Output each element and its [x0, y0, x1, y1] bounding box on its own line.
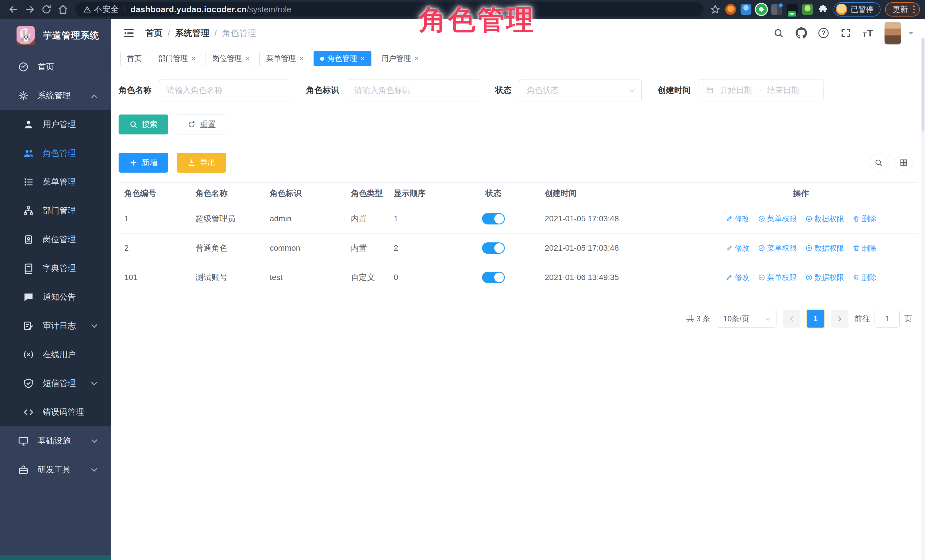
tab-close-icon[interactable] [299, 54, 303, 63]
help-icon[interactable] [818, 28, 829, 38]
delete-link[interactable]: 删除 [853, 243, 877, 253]
role-code-input[interactable] [354, 86, 472, 95]
extension-grid-icon[interactable] [771, 4, 782, 15]
avatar-caret-icon[interactable] [908, 32, 914, 35]
prev-page-button[interactable] [783, 310, 800, 327]
tab-menus[interactable]: 菜单管理 [259, 51, 310, 66]
sidebar-item-dictionary[interactable]: 字典管理 [0, 254, 111, 282]
extension-monkey-icon[interactable] [802, 4, 813, 15]
tab-departments[interactable]: 部门管理 [152, 51, 202, 66]
sidebar-item-label: 在线用户 [43, 349, 76, 360]
add-button[interactable]: 新增 [119, 153, 168, 173]
status-select[interactable]: 角色状态 [519, 79, 642, 101]
circle-check-icon [758, 215, 765, 222]
menu-permission-link[interactable]: 菜单权限 [758, 273, 797, 282]
delete-link[interactable]: 删除 [853, 214, 877, 224]
table-row: 1 超级管理员 admin 内置 1 2021-01-05 17:03:48 修… [119, 204, 917, 234]
app-logo-row[interactable]: 芋道管理系统 [0, 19, 111, 53]
scrollbar-thumb[interactable] [922, 38, 924, 132]
edit-link[interactable]: 修改 [725, 243, 749, 253]
tab-posts[interactable]: 岗位管理 [205, 51, 256, 66]
sidebar-item-sms[interactable]: 短信管理 [0, 369, 111, 398]
status-toggle[interactable] [482, 213, 505, 224]
browser-menu-kebab-icon[interactable] [913, 5, 915, 14]
font-size-icon[interactable] [863, 28, 873, 38]
delete-link[interactable]: 删除 [853, 273, 877, 282]
goto-page-input[interactable] [875, 310, 899, 327]
sidebar-item-audit-log[interactable]: 审计日志 [0, 311, 111, 340]
sidebar-item-menus[interactable]: 菜单管理 [0, 168, 111, 196]
user-avatar[interactable] [884, 22, 901, 44]
sidebar-item-posts[interactable]: 岗位管理 [0, 225, 111, 254]
reset-button[interactable]: 重置 [177, 114, 226, 134]
sidebar-item-notices[interactable]: 通知公告 [0, 282, 111, 311]
sidebar-item-error-codes[interactable]: 错误码管理 [0, 398, 111, 426]
column-header: 操作 [684, 188, 917, 199]
extension-vpn-icon[interactable] [741, 4, 752, 15]
sidebar-item-home[interactable]: 首页 [0, 53, 111, 81]
page-number-current[interactable]: 1 [807, 310, 824, 327]
extension-switch-on-icon[interactable] [787, 4, 798, 15]
menu-permission-link[interactable]: 菜单权限 [758, 243, 797, 253]
search-form: 角色名称 角色标识 状态 角色状态 创建时间 [119, 79, 917, 101]
sidebar-item-online-users[interactable]: 在线用户 [0, 340, 111, 369]
tab-close-icon[interactable] [361, 54, 365, 63]
annotation-overlay-title: 角色管理 [419, 2, 535, 39]
edit-link[interactable]: 修改 [725, 273, 749, 282]
tab-users[interactable]: 用户管理 [375, 51, 425, 66]
breadcrumb-home[interactable]: 首页 [145, 27, 163, 39]
menu-permission-link[interactable]: 菜单权限 [758, 214, 797, 224]
extensions-puzzle-icon[interactable] [818, 4, 829, 15]
search-button[interactable]: 搜索 [119, 114, 168, 134]
tab-close-icon[interactable] [245, 54, 249, 63]
column-header: 创建时间 [536, 188, 684, 199]
date-range-picker[interactable]: 开始日期 - 结束日期 [698, 79, 824, 101]
browser-update-button[interactable]: 更新 [885, 2, 920, 17]
tab-roles-active[interactable]: 角色管理 [313, 51, 371, 66]
column-header: 角色类型 [342, 188, 385, 199]
sidebar-item-departments[interactable]: 部门管理 [0, 196, 111, 225]
sidebar-item-system[interactable]: 系统管理 [0, 81, 111, 110]
export-button[interactable]: 导出 [177, 153, 226, 173]
browser-reload-icon[interactable] [41, 4, 52, 15]
sidebar-item-label: 审计日志 [43, 320, 76, 332]
sidebar-collapse-icon[interactable] [123, 27, 135, 39]
tab-close-icon[interactable] [191, 54, 196, 63]
goto-unit-label: 页 [904, 314, 912, 324]
tab-close-icon[interactable] [414, 54, 419, 63]
next-page-button[interactable] [831, 310, 848, 327]
role-name-input[interactable] [167, 86, 282, 95]
created-time: 2021-01-05 17:03:48 [536, 243, 684, 253]
status-toggle[interactable] [482, 242, 505, 254]
tab-home[interactable]: 首页 [120, 51, 148, 66]
sidebar-item-infrastructure[interactable]: 基础设施 [0, 426, 111, 455]
sidebar-item-dev-tools[interactable]: 研发工具 [0, 455, 111, 484]
page-size-select[interactable]: 10条/页 [717, 310, 776, 327]
address-bar[interactable]: 不安全 dashboard.yudao.iocoder.cn /system/r… [75, 2, 704, 17]
github-icon[interactable] [795, 27, 807, 39]
extension-green-check-icon[interactable] [756, 4, 767, 15]
extension-adblock-icon[interactable] [725, 4, 736, 15]
fullscreen-icon[interactable] [840, 27, 851, 39]
data-permission-link[interactable]: 数据权限 [805, 273, 844, 282]
browser-forward-icon[interactable] [24, 4, 36, 15]
sidebar-item-roles[interactable]: 角色管理 [0, 139, 111, 168]
browser-back-icon[interactable] [8, 4, 19, 15]
toggle-search-button[interactable] [870, 154, 887, 171]
header-search-icon[interactable] [773, 27, 784, 39]
status-toggle[interactable] [482, 272, 505, 283]
data-permission-link[interactable]: 数据权限 [805, 214, 844, 224]
sidebar-item-users[interactable]: 用户管理 [0, 110, 111, 139]
not-secure-warning[interactable]: 不安全 [83, 4, 119, 15]
edit-link[interactable]: 修改 [725, 214, 749, 224]
column-header: 角色标识 [261, 188, 342, 199]
breadcrumb-system[interactable]: 系统管理 [175, 27, 209, 39]
browser-profile-chip[interactable]: 已暂停 [833, 2, 881, 17]
end-date-placeholder: 结束日期 [767, 85, 799, 96]
browser-home-icon[interactable] [57, 4, 69, 15]
search-icon [129, 120, 138, 129]
bookmark-star-icon[interactable] [710, 4, 721, 15]
column-settings-button[interactable] [895, 154, 913, 171]
window-scrollbar[interactable] [921, 38, 925, 560]
data-permission-link[interactable]: 数据权限 [805, 243, 844, 253]
